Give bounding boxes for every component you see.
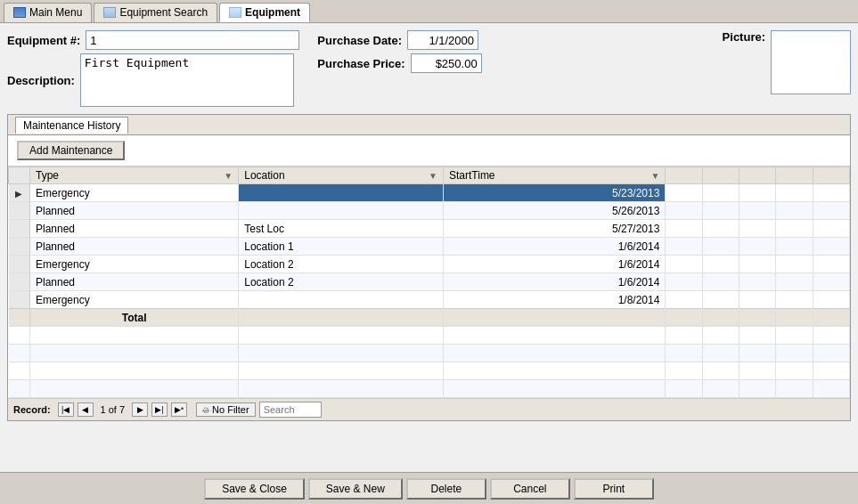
nav-new-button[interactable]: ▶* [171, 402, 187, 417]
table-row[interactable]: PlannedTest Loc5/27/2013 [9, 220, 850, 238]
col-type-header[interactable]: Type ▼ [30, 167, 239, 184]
equipment-num-input[interactable] [86, 30, 299, 50]
table-row[interactable]: Planned5/26/2013 [9, 202, 850, 220]
row-selector [9, 291, 30, 309]
left-fields: Equipment #: Description: First Equipmen… [7, 30, 299, 110]
tab-equipment-label: Equipment [245, 6, 300, 19]
cell-extra [702, 238, 739, 256]
tab-equipment-search[interactable]: Equipment Search [94, 3, 217, 22]
empty-row [9, 362, 850, 380]
cell-extra [740, 238, 776, 256]
cell-extra [813, 291, 849, 309]
picture-section: Picture: [723, 30, 851, 94]
print-button[interactable]: Print [574, 478, 654, 500]
total-extra [239, 309, 444, 327]
main-menu-icon [13, 7, 26, 18]
cell-extra [776, 202, 813, 220]
purchase-price-input[interactable] [411, 53, 482, 73]
purchase-date-input[interactable] [407, 30, 478, 50]
description-label: Description: [7, 74, 75, 87]
add-maintenance-button[interactable]: Add Maintenance [17, 141, 125, 160]
table-row[interactable]: Emergency5/23/2013 [9, 184, 850, 202]
no-filter-button[interactable]: ⊘ No Filter [196, 402, 256, 417]
tab-equipment[interactable]: Equipment [219, 3, 310, 22]
search-input[interactable] [259, 402, 322, 418]
nav-next-button[interactable]: ▶ [132, 402, 148, 417]
cancel-button[interactable]: Cancel [490, 478, 570, 500]
cell-starttime: 1/8/2014 [443, 291, 665, 309]
record-nav: Record: |◀ ◀ 1 of 7 ▶ ▶| ▶* ⊘ No Filter [8, 398, 850, 420]
col-starttime-header[interactable]: StartTime ▼ [443, 167, 665, 184]
cell-type: Planned [30, 238, 239, 256]
location-sort-icon: ▼ [429, 171, 437, 181]
purchase-date-label: Purchase Date: [317, 34, 402, 47]
cell-extra [740, 273, 776, 291]
table-row[interactable]: Emergency1/8/2014 [9, 291, 850, 309]
cell-extra [776, 184, 813, 202]
col-location-header[interactable]: Location ▼ [239, 167, 444, 184]
row-selector [9, 256, 30, 273]
col-extra-3 [740, 167, 776, 184]
table-row[interactable]: PlannedLocation 11/6/2014 [9, 238, 850, 256]
cell-extra [776, 291, 813, 309]
bottom-bar: Save & Close Save & New Delete Cancel Pr… [0, 472, 858, 504]
filter-icon: ⊘ [202, 405, 209, 415]
total-row: Total [9, 309, 850, 327]
equipment-icon [229, 7, 241, 18]
cell-extra [776, 220, 813, 238]
tab-main-menu-label: Main Menu [29, 6, 82, 19]
tab-panel-header: Maintenance History [8, 115, 850, 135]
nav-last-button[interactable]: ▶| [151, 402, 168, 417]
table-row[interactable]: EmergencyLocation 21/6/2014 [9, 256, 850, 273]
cell-extra [740, 184, 776, 202]
maintenance-tab-panel: Maintenance History Add Maintenance Type [7, 114, 851, 421]
total-extra [776, 309, 813, 327]
total-label: Total [30, 309, 239, 327]
empty-row [9, 327, 850, 345]
panel-content: Add Maintenance Type ▼ [8, 135, 850, 420]
nav-prev-button[interactable]: ◀ [78, 402, 94, 417]
col-extra-1 [666, 167, 702, 184]
cell-type: Emergency [30, 256, 239, 273]
cell-extra [702, 291, 739, 309]
purchase-date-row: Purchase Date: [317, 30, 481, 50]
tab-main-menu[interactable]: Main Menu [4, 3, 92, 22]
cell-location [239, 184, 444, 202]
cell-extra [702, 220, 739, 238]
middle-fields: Purchase Date: Purchase Price: [317, 30, 481, 77]
type-sort-icon: ▼ [224, 171, 233, 181]
tab-equipment-search-label: Equipment Search [119, 6, 208, 19]
cell-extra [666, 202, 702, 220]
record-nav-label: Record: [13, 404, 51, 415]
form-fields: Equipment #: Description: First Equipmen… [7, 30, 851, 110]
description-input[interactable]: First Equipment [80, 53, 294, 107]
save-new-button[interactable]: Save & New [308, 478, 403, 500]
table-row[interactable]: PlannedLocation 21/6/2014 [9, 273, 850, 291]
col-extra-5 [813, 167, 849, 184]
total-extra [740, 309, 776, 327]
cell-extra [666, 273, 702, 291]
add-maintenance-row: Add Maintenance [8, 135, 850, 166]
cell-starttime: 1/6/2014 [443, 238, 665, 256]
cell-starttime: 1/6/2014 [443, 273, 665, 291]
empty-row [9, 345, 850, 362]
cell-extra [702, 202, 739, 220]
cell-extra [666, 220, 702, 238]
cell-starttime: 5/23/2013 [443, 184, 665, 202]
total-extra [443, 309, 665, 327]
nav-first-button[interactable]: |◀ [58, 402, 74, 417]
total-extra [813, 309, 849, 327]
cell-type: Planned [30, 273, 239, 291]
cell-extra [776, 273, 813, 291]
row-selector [9, 202, 30, 220]
cell-location [239, 291, 444, 309]
delete-button[interactable]: Delete [406, 478, 486, 500]
cell-type: Planned [30, 220, 239, 238]
tab-bar: Main Menu Equipment Search Equipment [0, 0, 858, 23]
row-selector [9, 238, 30, 256]
cell-location [239, 202, 444, 220]
maintenance-tab-title[interactable]: Maintenance History [15, 117, 128, 134]
cell-extra [666, 238, 702, 256]
save-close-button[interactable]: Save & Close [204, 478, 305, 500]
col-selector-header [9, 167, 30, 184]
